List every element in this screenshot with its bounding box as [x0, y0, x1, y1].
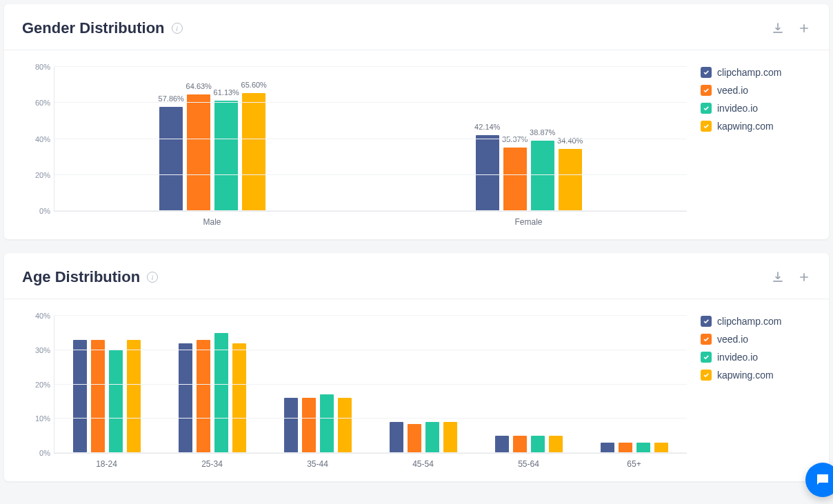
bar[interactable]	[232, 343, 246, 453]
card-header: Age Distribution i	[4, 253, 829, 299]
download-icon[interactable]	[771, 21, 785, 35]
bar[interactable]: 34.40%	[559, 149, 582, 211]
bar[interactable]: 64.63%	[187, 94, 210, 211]
bar[interactable]	[91, 340, 105, 453]
legend-item[interactable]: veed.io	[701, 334, 811, 345]
bar[interactable]	[636, 443, 650, 453]
x-axis-labels: MaleFemale	[54, 217, 687, 227]
bar[interactable]	[284, 398, 298, 453]
bar[interactable]	[495, 436, 509, 453]
bar[interactable]	[214, 333, 228, 453]
legend-label: invideo.io	[717, 103, 758, 114]
gridline	[54, 102, 687, 103]
bar-value-label: 64.63%	[186, 82, 212, 90]
bar[interactable]	[408, 424, 421, 453]
gender-chart: 57.86%64.63%61.13%65.60%42.14%35.37%38.8…	[4, 50, 829, 227]
bar[interactable]	[531, 436, 545, 453]
bar[interactable]	[619, 443, 632, 453]
legend-item[interactable]: invideo.io	[701, 352, 811, 363]
bar-groups	[54, 316, 687, 453]
y-axis-label: 20%	[23, 171, 50, 179]
bar[interactable]	[549, 436, 563, 453]
bar-value-label: 57.86%	[159, 94, 184, 103]
x-axis-label: Female	[370, 217, 687, 227]
bar[interactable]	[302, 398, 316, 453]
bar-group	[581, 316, 687, 453]
bar-value-label: 42.14%	[474, 123, 500, 131]
legend-label: kapwing.com	[717, 121, 774, 132]
bar-groups: 57.86%64.63%61.13%65.60%42.14%35.37%38.8…	[54, 67, 687, 211]
chart-legend: clipchamp.comveed.ioinvideo.iokapwing.co…	[687, 316, 811, 469]
bar[interactable]	[601, 443, 614, 453]
bar[interactable]	[390, 422, 403, 453]
bar[interactable]: 65.60%	[242, 93, 265, 211]
bar[interactable]	[127, 340, 141, 453]
bar-group	[160, 316, 265, 453]
add-icon[interactable]	[797, 21, 811, 35]
x-axis-label: Male	[54, 217, 370, 227]
bar-group: 57.86%64.63%61.13%65.60%	[54, 67, 371, 211]
y-axis-label: 10%	[23, 414, 50, 423]
bar[interactable]: 35.37%	[503, 148, 527, 211]
legend-label: kapwing.com	[717, 370, 774, 381]
gridline	[54, 174, 687, 175]
bar-value-label: 61.13%	[214, 88, 239, 97]
bar-value-label: 65.60%	[241, 81, 267, 89]
y-axis-label: 0%	[23, 449, 50, 457]
legend-label: clipchamp.com	[717, 316, 781, 327]
card-title: Gender Distribution	[22, 19, 165, 37]
bar[interactable]	[513, 436, 527, 453]
y-axis-label: 0%	[23, 207, 50, 215]
legend-item[interactable]: kapwing.com	[701, 370, 811, 381]
bar[interactable]: 38.87%	[531, 141, 554, 211]
legend-swatch	[701, 67, 712, 78]
legend-label: invideo.io	[717, 352, 758, 363]
bar[interactable]	[338, 398, 352, 453]
age-chart: 0%10%20%30%40% 18-2425-3435-4445-5455-64…	[4, 299, 829, 469]
bar[interactable]: 57.86%	[159, 107, 183, 211]
bar[interactable]	[197, 340, 210, 453]
bar[interactable]	[425, 422, 439, 453]
bar-value-label: 38.87%	[530, 128, 555, 137]
chat-fab[interactable]	[805, 463, 833, 497]
chart-grid: 57.86%64.63%61.13%65.60%42.14%35.37%38.8…	[54, 67, 687, 212]
bar[interactable]: 42.14%	[476, 135, 499, 211]
gridline	[54, 418, 687, 419]
bar[interactable]	[443, 422, 457, 453]
gridline	[54, 315, 687, 316]
x-axis-label: 18-24	[54, 459, 159, 469]
legend-swatch	[701, 103, 712, 114]
add-icon[interactable]	[797, 270, 811, 284]
legend-swatch	[701, 121, 712, 132]
bar-group	[54, 316, 160, 453]
x-axis-label: 25-34	[159, 459, 265, 469]
gender-distribution-card: Gender Distribution i 57.86%64.63%61.13%…	[4, 4, 829, 239]
gridline	[54, 210, 687, 211]
bar[interactable]	[109, 350, 123, 453]
legend-item[interactable]: clipchamp.com	[701, 316, 811, 327]
bar[interactable]	[320, 394, 334, 453]
x-axis-labels: 18-2425-3435-4445-5455-6465+	[54, 459, 687, 469]
chart-legend: clipchamp.comveed.ioinvideo.iokapwing.co…	[687, 67, 811, 227]
y-axis-label: 40%	[23, 135, 50, 143]
bar[interactable]: 61.13%	[214, 101, 238, 211]
legend-swatch	[701, 370, 712, 381]
legend-item[interactable]: invideo.io	[701, 103, 811, 114]
y-axis-label: 40%	[23, 312, 50, 320]
download-icon[interactable]	[771, 270, 785, 284]
gridline	[54, 384, 687, 385]
y-axis-label: 80%	[23, 63, 50, 71]
legend-item[interactable]: kapwing.com	[701, 121, 811, 132]
gridline	[54, 350, 687, 350]
bar[interactable]	[654, 443, 668, 453]
y-axis-label: 20%	[23, 381, 50, 389]
legend-label: veed.io	[717, 334, 748, 345]
bar[interactable]	[73, 340, 87, 453]
gridline	[54, 66, 687, 67]
info-icon[interactable]: i	[147, 272, 158, 283]
info-icon[interactable]: i	[172, 23, 183, 34]
legend-item[interactable]: veed.io	[701, 85, 811, 96]
legend-item[interactable]: clipchamp.com	[701, 67, 811, 78]
bar[interactable]	[179, 343, 192, 453]
x-axis-label: 45-54	[370, 459, 476, 469]
